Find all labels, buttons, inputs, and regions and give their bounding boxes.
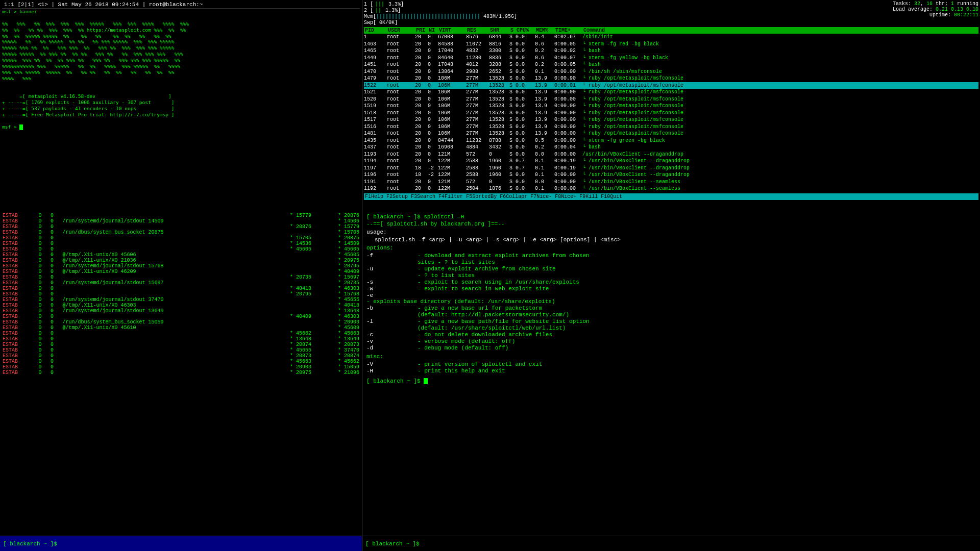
- list-item: ESTAB 0 0 @/tmp/.X11-unix/X0 45610 * 456…: [1, 325, 361, 331]
- list-item: ESTAB 0 0 /run/dbus/system_bus_socket 15…: [1, 319, 361, 325]
- htop-f3[interactable]: F3Search: [411, 194, 435, 199]
- col-ni: NI: [429, 28, 439, 33]
- list-item: - ? to list sites: [366, 272, 976, 279]
- list-item: ESTAB 0 0 * 14536 * 14509: [1, 241, 361, 246]
- htop-f4[interactable]: F4Filter: [438, 194, 463, 199]
- list-item: (default: http://dl.packetstormsecurity.…: [366, 312, 976, 318]
- col-res: RES: [467, 28, 490, 33]
- htop-f6[interactable]: F6Collapr: [500, 194, 527, 199]
- list-item: -w - exploit to search in web exploit si…: [366, 286, 976, 292]
- table-row: 1522 root 20 0 106M 277M 13528 S 0.0 13.…: [364, 82, 978, 89]
- list-item: ESTAB 0 0 @/tmp/.X11-unix/X0 21036 * 209…: [1, 258, 361, 263]
- list-item: ESTAB 0 0 * 45655 * 37470: [1, 347, 361, 353]
- taskbar-right: [ blackarch ~ ]$: [362, 536, 980, 551]
- list-item: ESTAB 0 0 * 20795 * 15768: [1, 291, 361, 297]
- msf-terminal[interactable]: 1:1 [2|1] <1> | Sat May 26 2018 09:24:54…: [0, 0, 362, 212]
- taskbar-right-text: [ blackarch ~ ]$: [365, 541, 420, 547]
- table-row: 1437 root 20 0 16908 4884 3432 S 0.0 0.2…: [364, 144, 978, 151]
- msf-banner-art: msf > banner %% %%% %% %%% %%% %%% %%%%%…: [2, 9, 360, 130]
- table-row: 1197 root 18 -2 122M 2588 1960 S 0.7 0.1…: [364, 165, 978, 172]
- table-row: 1451 root 20 0 17048 4012 3288 S 0.0 0.2…: [364, 61, 978, 68]
- sploitctl-prompt1: [ blackarch ~ ]$ sploitctl -H: [366, 214, 976, 220]
- col-pri: PRI: [416, 28, 429, 33]
- list-item: -c - do not delete downloaded archive fi…: [366, 332, 976, 338]
- list-item: ESTAB 0 0 * 20876 * 15779: [1, 224, 361, 230]
- table-row: 1518 root 20 0 106M 277M 13528 S 0.0 13.…: [364, 110, 978, 117]
- htop-f9[interactable]: F9Kill: [579, 194, 598, 199]
- table-row: 1 root 20 0 67008 8576 6844 S 0.0 0.4 0:…: [364, 34, 978, 41]
- table-row: 1465 root 20 0 17040 4832 3300 S 0.0 0.2…: [364, 47, 978, 55]
- list-item: ESTAB 0 0 * 40409 * 46303: [1, 314, 361, 319]
- list-item: -d - debug mode (default: off): [366, 345, 976, 351]
- msf-prompt-line: msf > banner: [2, 9, 37, 14]
- list-item: ESTAB 0 0 * 13648 * 13649: [1, 336, 361, 342]
- htop-f5[interactable]: F5SortedBy: [466, 194, 497, 199]
- col-virt: VIRT: [439, 28, 467, 33]
- sploitctl-options-list: -f - download and extract exploit archiv…: [366, 253, 976, 351]
- htop-f2[interactable]: F2Setup: [386, 194, 408, 199]
- list-item: sites - ? to list sites: [366, 259, 976, 265]
- sploitctl-panel: [ blackarch ~ ]$ sploitctl -H --==[ splo…: [362, 212, 980, 536]
- table-row: 1519 root 20 0 106M 277M 13528 S 0.0 13.…: [364, 103, 978, 110]
- list-item: ESTAB 0 0 * 45605 * 45605: [1, 246, 361, 252]
- list-item: ESTAB 0 0 /run/systemd/journal/stdout 15…: [1, 280, 361, 286]
- list-item: ESTAB 0 0 /run/dbus/system_bus_socket 20…: [1, 230, 361, 235]
- list-item: ESTAB 0 0 * 20873 * 20874: [1, 353, 361, 359]
- list-item: ESTAB 0 0 * 45662 * 45663: [1, 331, 361, 336]
- list-item: ESTAB 0 0 /run/systemd/journal/stdout 15…: [1, 263, 361, 269]
- table-row: 1481 root 20 0 106M 277M 13528 S 0.0 13.…: [364, 130, 978, 137]
- status-bar: 1:1 [2|1] <1> | Sat May 26 2018 09:24:54…: [2, 1, 360, 9]
- htop-panel[interactable]: 1 [||| 3.3%] 2 [|| 1.3%]: [362, 0, 980, 212]
- list-item: -s - exploit to search using in /usr/sha…: [366, 279, 976, 285]
- table-row: 1517 root 20 0 106M 277M 13528 S 0.0 13.…: [364, 116, 978, 123]
- list-item: ESTAB 0 0 * 20735 * 15697: [1, 274, 361, 280]
- table-row: 1192 root 20 0 122M 2504 1876 S 0.0 0.1 …: [364, 185, 978, 192]
- status-bar-text: 1:1 [2|1] <1> | Sat May 26 2018 09:24:54…: [4, 2, 203, 8]
- htop-f8[interactable]: F8Nice+: [555, 194, 576, 199]
- col-pid: PID: [365, 28, 388, 33]
- taskbar-left-text: [ blackarch ~ ]$: [3, 541, 57, 547]
- list-item: ESTAB 0 0 /run/systemd/journal/stdout 37…: [1, 297, 361, 303]
- list-item: -u - update exploit archive from chosen …: [366, 266, 976, 272]
- table-row: 1479 root 20 0 106M 277M 13528 S 0.0 13.…: [364, 75, 978, 82]
- taskbar-left: [ blackarch ~ ]$: [0, 536, 362, 551]
- list-item: ESTAB 0 0 * 15705 * 20875: [1, 235, 361, 241]
- table-row: 1521 root 20 0 106M 277M 13528 S 0.0 13.…: [364, 89, 978, 96]
- col-command: Command: [583, 28, 977, 33]
- htop-f10[interactable]: F10Quit: [601, 194, 622, 199]
- list-item: -f - download and extract exploit archiv…: [366, 253, 976, 259]
- col-s: S: [510, 28, 517, 33]
- htop-f1[interactable]: F1Help: [365, 194, 383, 199]
- table-row: 1191 root 20 0 121M 572 0 S 0.0 0.0 0:00…: [364, 179, 978, 186]
- table-row: 1196 root 18 -2 122M 2588 1960 S 0.0 0.1…: [364, 171, 978, 179]
- col-user: USER: [388, 28, 416, 33]
- list-item: ESTAB 0 0 @/tmp/.X11-unix/X0 46209 * 404…: [1, 269, 361, 274]
- sploitctl-misc-label: misc:: [366, 354, 976, 360]
- table-row: 1435 root 20 0 84744 11232 8788 S 0.0 0.…: [364, 137, 978, 144]
- list-item: ESTAB 0 0 * 48418 * 46303: [1, 286, 361, 291]
- col-cpu: CPU%: [517, 28, 536, 33]
- list-item: -H - print this help and exit: [366, 368, 976, 374]
- list-item: -e - exploits base directory (default: /…: [366, 292, 976, 305]
- list-item: -b - give a new base url for packetstorm: [366, 305, 976, 311]
- sploitctl-title: --==[ sploitctl.sh by blackarch.org ]==-…: [366, 221, 976, 227]
- process-table: ESTAB 0 0 * 15779 * 20876 ESTAB 0 0 /run…: [1, 213, 361, 375]
- process-list-panel: ESTAB 0 0 * 15779 * 20876 ESTAB 0 0 /run…: [0, 212, 362, 536]
- list-item: (default: /usr/share/sploitctl/web/url.l…: [366, 325, 976, 331]
- right-panel: 1 [||| 3.3%] 2 [|| 1.3%]: [362, 0, 980, 551]
- list-item: -v - verbose mode (default: off): [366, 338, 976, 344]
- sploitctl-usage: sploitctl.sh -f <arg> | -u <arg> | -s <a…: [366, 237, 976, 243]
- list-item: ESTAB 0 0 * 20903 * 15059: [1, 364, 361, 370]
- list-item: ESTAB 0 0 * 20874 * 20873: [1, 342, 361, 347]
- table-row: 1516 root 20 0 106M 277M 13528 S 0.0 13.…: [364, 123, 978, 131]
- list-item: ESTAB 0 0 * 15779 * 20876: [1, 213, 361, 218]
- table-row: 1520 root 20 0 106M 277M 13528 S 0.0 13.…: [364, 96, 978, 103]
- sploitctl-options-label: options:: [366, 245, 976, 251]
- htop-process-list: 1 root 20 0 67008 8576 6844 S 0.0 0.4 0:…: [364, 34, 978, 192]
- left-panel: 1:1 [2|1] <1> | Sat May 26 2018 09:24:54…: [0, 0, 362, 551]
- list-item: ESTAB 0 0 @/tmp/.X11-unix/X0 45606 * 456…: [1, 252, 361, 258]
- sploitctl-misc-list: -V - print version of sploitctl and exit…: [366, 361, 976, 374]
- table-row: 1194 root 20 0 122M 2588 1960 S 0.7 0.1 …: [364, 158, 978, 165]
- table-row: 1449 root 20 0 84640 11280 8836 S 0.0 0.…: [364, 55, 978, 62]
- htop-f7[interactable]: F7Nice-: [530, 194, 552, 199]
